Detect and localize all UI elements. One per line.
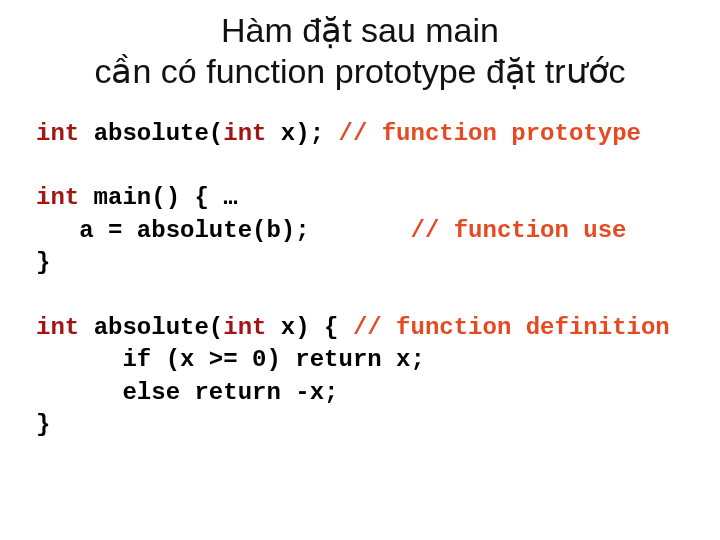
- kw-int-1: int: [36, 120, 79, 147]
- kw-if: if: [122, 346, 151, 373]
- fn-absolute-proto: absolute: [94, 120, 209, 147]
- sp: [180, 379, 194, 406]
- title-line-2: cần có function prototype đặt trước: [94, 52, 625, 90]
- use-call: absolute(b);: [137, 217, 310, 244]
- slide: Hàm đặt sau main cần có function prototy…: [0, 0, 720, 540]
- if-cond: (x >= 0): [151, 346, 295, 373]
- main-open: main() { …: [79, 184, 237, 211]
- code-block: int absolute(int x); // function prototy…: [36, 118, 684, 442]
- ret-negx: -x;: [281, 379, 339, 406]
- kw-else: else: [122, 379, 180, 406]
- kw-return-1: return: [295, 346, 381, 373]
- kw-int-4: int: [36, 314, 79, 341]
- title-line-1: Hàm đặt sau main: [221, 11, 499, 49]
- kw-int-5: int: [223, 314, 266, 341]
- def-open: (: [209, 314, 223, 341]
- use-pad: [310, 217, 411, 244]
- main-close: }: [36, 249, 50, 276]
- kw-int-3: int: [36, 184, 79, 211]
- else-indent: [36, 379, 122, 406]
- use-prefix: a =: [36, 217, 137, 244]
- ret-x: x;: [382, 346, 425, 373]
- proto-close: x);: [266, 120, 324, 147]
- fn-absolute-def: absolute: [94, 314, 209, 341]
- comment-use: // function use: [410, 217, 626, 244]
- proto-open: (: [209, 120, 223, 147]
- slide-title: Hàm đặt sau main cần có function prototy…: [36, 10, 684, 92]
- def-closebrace: }: [36, 411, 50, 438]
- def-close: x) {: [266, 314, 352, 341]
- kw-int-2: int: [223, 120, 266, 147]
- if-indent: [36, 346, 122, 373]
- comment-prototype: // function prototype: [324, 120, 641, 147]
- kw-return-2: return: [194, 379, 280, 406]
- comment-definition: // function definition: [353, 314, 670, 341]
